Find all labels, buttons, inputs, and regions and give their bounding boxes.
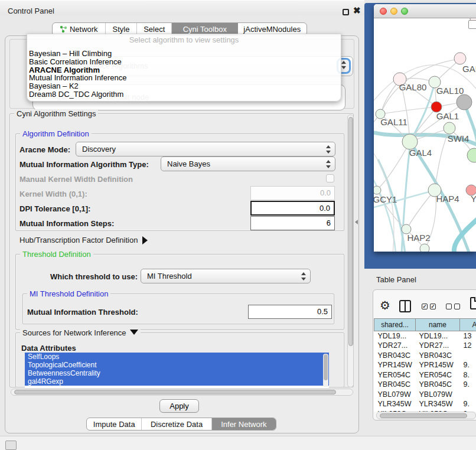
algorithm-option[interactable]: Mutual Information Inference	[29, 74, 341, 82]
table-row[interactable]: YPR145WYPR145W9.	[374, 360, 476, 370]
network-node-gcy1[interactable]	[374, 186, 381, 194]
close-icon[interactable]: ✖	[353, 5, 361, 16]
tab-label: Impute Data	[93, 418, 135, 431]
network-node-label: GAL80	[399, 82, 427, 92]
table-cell: YDR27...	[416, 341, 460, 351]
apply-button[interactable]: Apply	[159, 399, 199, 413]
network-node-gal1[interactable]	[444, 122, 455, 134]
network-node-label: GAL4	[409, 148, 432, 158]
sources-title-text: Sources for Network Inference	[22, 328, 126, 337]
minimize-traffic-icon[interactable]	[390, 8, 397, 15]
network-node-label: GAL10	[436, 86, 464, 96]
table-row[interactable]: YDR27...YDR27...12	[374, 341, 476, 351]
algorithm-dropdown-popup: Select algorithm to view settings Bayesi…	[27, 34, 341, 102]
manual-kernel-checkbox[interactable]	[326, 174, 334, 182]
new-table-file-icon[interactable]	[470, 297, 476, 309]
table-column-header[interactable]: A	[460, 319, 476, 331]
aracne-mode-combo[interactable]: Discovery	[76, 142, 335, 156]
table-row[interactable]: YBR045CYBR045C9.	[374, 380, 476, 390]
sources-group-title[interactable]: Sources for Network Inference	[20, 328, 141, 337]
network-node-label: HAP2	[407, 233, 430, 243]
network-node-label: GAL11	[380, 117, 407, 127]
aracne-mode-label: Aracne Mode:	[19, 145, 70, 154]
mi-type-label: Mutual Information Algorithm Type:	[19, 160, 149, 169]
table-column-header[interactable]: shared...	[374, 319, 416, 331]
table-cell: YBL079W	[374, 390, 416, 400]
hub-tf-definition-toggle[interactable]: Hub/Transcription Factor Definition	[19, 236, 148, 244]
settings-horizontal-scrollbar[interactable]	[11, 389, 353, 396]
table-cell: YDR27...	[374, 341, 416, 351]
mi-steps-field[interactable]: 6	[250, 216, 335, 230]
collapse-down-icon	[130, 330, 138, 335]
control-panel-titlebar	[0, 0, 364, 15]
cyni-tab-discretize-data[interactable]: Discretize Data	[142, 418, 211, 430]
table-cell	[460, 351, 476, 361]
table-cell: YDL19...	[374, 331, 416, 341]
algorithm-option[interactable]: Bayesian – Hill Climbing	[29, 50, 341, 58]
canvas-corner-widget[interactable]	[468, 20, 476, 29]
table-cell: YBR045C	[416, 380, 460, 390]
deselect-all-icon[interactable]	[446, 304, 452, 309]
algorithm-option[interactable]: Dream8 DC_TDC Algorithm	[29, 90, 341, 99]
settings-vertical-scrollbar[interactable]	[347, 115, 354, 387]
network-node-swi4[interactable]	[467, 148, 476, 162]
bottom-strip	[0, 436, 476, 450]
close-traffic-icon[interactable]	[380, 8, 387, 15]
data-attribute-item[interactable]: gal4RGexp	[25, 377, 329, 386]
table-row[interactable]: YBR043CYBR043C	[374, 351, 476, 361]
which-threshold-label: Which threshold to use:	[50, 272, 138, 281]
table-cell: 9.	[460, 399, 476, 409]
algorithm-option[interactable]: Bayesian – K2	[29, 82, 341, 90]
table-cell: YBR043C	[416, 351, 460, 361]
algorithm-option[interactable]: Basic Correlation Inference	[29, 58, 341, 66]
mi-threshold-field[interactable]: 0.5	[248, 305, 332, 319]
dpi-tolerance-label: DPI Tolerance [0,1]:	[19, 204, 90, 213]
data-attribute-item[interactable]: BetweennessCentrality	[25, 369, 329, 377]
deselect-all-icon-2[interactable]	[454, 304, 460, 309]
algorithm-option[interactable]: ARACNE Algorithm	[29, 66, 341, 74]
data-attribute-item[interactable]: SelfLoops	[25, 353, 329, 361]
zoom-traffic-icon[interactable]	[401, 8, 408, 15]
node-table[interactable]: shared...nameA YDL19...YDL19...13YDR27..…	[374, 318, 476, 412]
network-node[interactable]	[420, 244, 429, 252]
network-node[interactable]	[457, 94, 472, 110]
select-all-check-icon[interactable]: ✓	[422, 304, 428, 309]
table-cell: YPR145W	[416, 360, 460, 370]
data-attribute-item[interactable]: TopologicalCoefficient	[25, 361, 329, 369]
cyni-tab-impute-data[interactable]: Impute Data	[87, 418, 142, 430]
kernel-width-field[interactable]: 0.0	[250, 186, 335, 200]
gear-icon[interactable]: ⚙	[380, 298, 390, 312]
columns-icon[interactable]	[399, 300, 411, 312]
panel-resize-handle[interactable]	[355, 220, 358, 224]
network-window-titlebar[interactable]	[374, 4, 476, 18]
network-edge[interactable]	[381, 107, 436, 114]
network-node-gal[interactable]	[454, 53, 466, 64]
table-row[interactable]: YER054CYER054C8.	[374, 370, 476, 380]
table-cell: 12	[460, 341, 476, 351]
table-row[interactable]: YDL19...YDL19...13	[374, 331, 476, 341]
table-horizontal-scrollbar[interactable]	[376, 412, 476, 419]
mi-type-combo[interactable]: Naive Bayes	[161, 156, 335, 171]
table-row[interactable]: YLR345WYLR345W9.	[374, 399, 476, 409]
tab-label: Infer Network	[221, 418, 266, 431]
dock-panel-icon[interactable]	[5, 441, 17, 450]
table-row[interactable]: YBL079WYBL079W	[374, 390, 476, 400]
list-vertical-scrollbar[interactable]	[323, 354, 328, 387]
which-threshold-value: MI Threshold	[147, 272, 192, 281]
table-cell: YDL19...	[416, 331, 460, 341]
select-all-check-icon-2[interactable]: ✓	[430, 304, 436, 309]
table-cell: 13	[460, 331, 476, 341]
network-node-label: Y	[471, 194, 476, 204]
table-cell: YBR045C	[374, 380, 416, 390]
dropdown-items: Bayesian – Hill ClimbingBasic Correlatio…	[27, 50, 341, 99]
cyni-tab-infer-network[interactable]: Infer Network	[212, 418, 276, 430]
table-column-header[interactable]: name	[416, 319, 460, 331]
network-canvas[interactable]: GALGAL80GAL10GAL1GAL11GAL4SWI4GCY1HAP4YH…	[374, 18, 476, 252]
network-node-label: GAL	[462, 64, 476, 74]
table-cell: YER054C	[416, 370, 460, 380]
mi-threshold-group-title: MI Threshold Definition	[27, 289, 110, 298]
dpi-tolerance-field[interactable]: 0.0	[250, 201, 335, 216]
float-window-icon[interactable]	[343, 9, 349, 15]
data-attributes-list[interactable]: SelfLoopsTopologicalCoefficientBetweenne…	[25, 353, 329, 388]
which-threshold-combo[interactable]: MI Threshold	[141, 269, 311, 283]
